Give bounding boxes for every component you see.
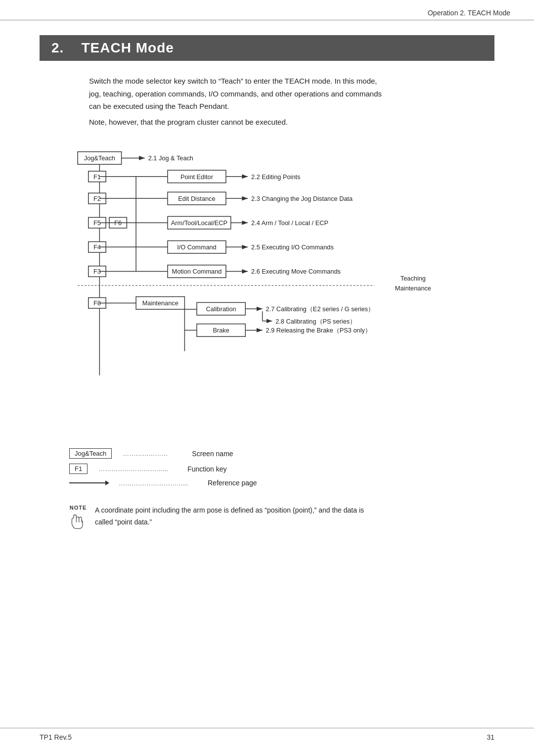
intro-text: Switch the mode selector key switch to “… [89, 75, 494, 128]
ref-23: 2.3 Changing the Jog Distance Data [251, 195, 353, 202]
note-icon [69, 513, 87, 530]
section-title-text: TEACH Mode [81, 40, 174, 55]
maintenance-label: Maintenance [395, 284, 431, 292]
ref-22: 2.2 Editing Points [251, 173, 300, 181]
jog-teach-node: Jog&Teach [84, 154, 115, 162]
header-text: Operation 2. TEACH Mode [428, 9, 510, 17]
legend-section: Jog&Teach ………………… Screen name F1 …………………… [69, 448, 494, 487]
legend-f1-box: F1 [69, 464, 88, 474]
diagram-svg: Jog&Teach 2.1 Jog & Teach F1 F2 F5 F6 F4 [69, 142, 494, 429]
section-number: 2. [51, 40, 64, 55]
section-title: 2. TEACH Mode [40, 35, 494, 61]
ref-21: 2.1 Jog & Teach [148, 154, 193, 162]
ref-25: 2.5 Executing I/O Commands [251, 243, 334, 251]
legend-jog-teach-box: Jog&Teach [69, 448, 112, 459]
page-header: Operation 2. TEACH Mode [0, 0, 534, 20]
intro-line1: Switch the mode selector key switch to “… [89, 77, 377, 85]
ref-29: 2.9 Releasing the Brake（PS3 only） [266, 327, 371, 334]
screen-name-label: Screen name [192, 450, 233, 458]
brake-node: Brake [213, 327, 229, 334]
motion-command-node: Motion Command [172, 268, 222, 275]
io-command-node: I/O Command [177, 243, 216, 251]
legend-dots-1: ………………… [123, 450, 182, 457]
page-footer: TP1 Rev.5 31 [0, 728, 534, 741]
legend-screen-name: Jog&Teach ………………… Screen name [69, 448, 494, 459]
diagram-container: Jog&Teach 2.1 Jog & Teach F1 F2 F5 F6 F4 [69, 142, 494, 430]
legend-dots-2: …………………………... [98, 465, 178, 472]
intro-line4: Note, however, that the program cluster … [89, 118, 288, 126]
ref-26: 2.6 Executing Move Commands [251, 268, 341, 275]
footer-right: 31 [487, 733, 494, 741]
note-label-area: NOTE [69, 505, 87, 530]
note-text-2: called “point data.” [95, 518, 152, 526]
point-editor-node: Point Editor [180, 173, 214, 181]
function-key-label: Function key [187, 465, 226, 473]
ref-28: 2.8 Calibrating（PS series） [275, 318, 356, 325]
calibration-node: Calibration [206, 305, 236, 313]
legend-reference-page: …………………………... Reference page [69, 479, 494, 487]
edit-distance-node: Edit Distance [178, 195, 215, 202]
note-section: NOTE A coordinate point including the ar… [69, 505, 494, 530]
note-text: A coordinate point including the arm pos… [95, 505, 494, 528]
note-label: NOTE [70, 505, 87, 511]
legend-arrow [69, 482, 109, 483]
intro-line2: jog, teaching, operation commands, I/O c… [89, 90, 382, 98]
ref-27: 2.7 Calibrating（E2 series / G series） [266, 305, 375, 313]
legend-dots-3: …………………………... [119, 479, 198, 487]
footer-left: TP1 Rev.5 [40, 733, 72, 741]
reference-page-label: Reference page [208, 479, 257, 487]
arm-tool-node: Arm/Tool/Local/ECP [171, 219, 227, 227]
ref-24: 2.4 Arm / Tool / Local / ECP [251, 219, 328, 227]
intro-line3: can be executed using the Teach Pendant. [89, 102, 229, 110]
note-text-1: A coordinate point including the arm pos… [95, 506, 364, 514]
legend-function-key: F1 …………………………... Function key [69, 464, 494, 474]
maintenance-node: Maintenance [142, 299, 178, 307]
teaching-label: Teaching [400, 275, 426, 282]
